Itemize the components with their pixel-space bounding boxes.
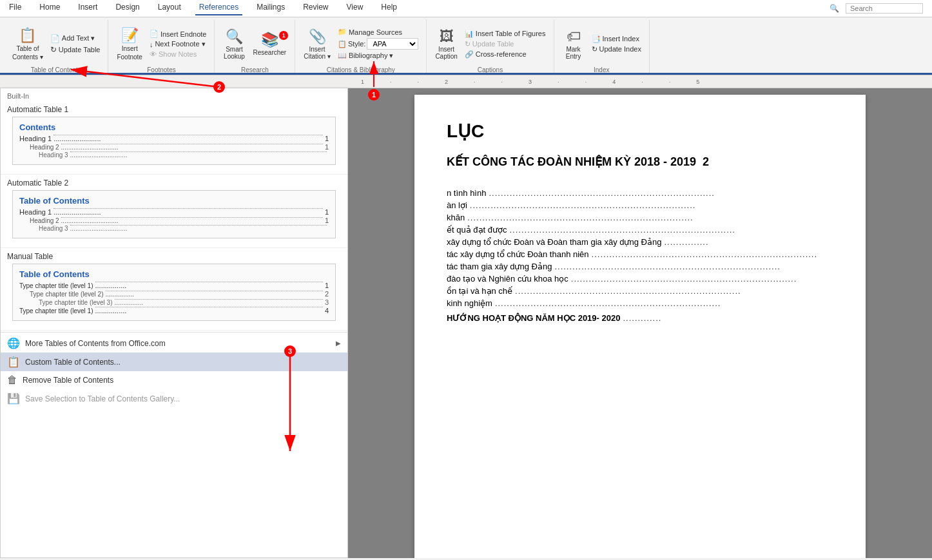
doc-title: LỤC <box>447 121 833 142</box>
auto-table-2-title: Automatic Table 2 <box>7 179 341 188</box>
menu-references[interactable]: References <box>195 1 242 15</box>
toc-doc-dots-9: ........................................… <box>515 286 831 296</box>
toc-doc-dots-5: ............... <box>664 237 831 247</box>
update-table-button[interactable]: ↻ Update Table <box>48 44 103 55</box>
research-group-label: Research <box>241 66 269 75</box>
more-toc-icon: 🌐 <box>7 337 20 349</box>
style-icon: 📋 <box>338 40 347 48</box>
insert-index-icon: 📑 <box>592 35 601 43</box>
insert-citation-button[interactable]: 📎 InsertCitation ▾ <box>300 26 334 62</box>
insert-table-figures-button[interactable]: 📊 Insert Table of Figures <box>462 29 549 39</box>
insert-endnote-button[interactable]: 📄 Insert Endnote <box>147 29 209 39</box>
toc-doc-line-9: ồn tại và hạn chế ......................… <box>447 286 833 296</box>
manual-num-1: 1 <box>325 282 329 289</box>
manual-table-item[interactable]: Manual Table Table of Contents Type chap… <box>1 248 347 331</box>
mark-entry-button[interactable]: 🏷 MarkEntry <box>559 26 588 62</box>
mark-entry-icon: 🏷 <box>567 28 581 45</box>
menu-insert[interactable]: Insert <box>74 1 101 15</box>
auto-table-1-toc-title: Contents <box>19 122 329 132</box>
ruler-marks: 1 · · 2 · · 3 · · 4 · · 5 <box>348 79 699 85</box>
ribbon-group-research: 🔍 SmartLookup 📚 Researcher 1 Research <box>215 20 295 75</box>
cross-reference-button[interactable]: 🔗 Cross-reference <box>462 50 549 59</box>
menu-review[interactable]: Review <box>299 1 332 15</box>
ribbon: 📋 Table ofContents ▾ 📄 Add Text ▾ ↻ Upda… <box>0 17 932 75</box>
toc-line-h2: Heading 2 ..............................… <box>30 143 329 151</box>
toc-line-h3: Heading 3 ..............................… <box>39 151 329 159</box>
manual-table-preview: Table of Contents Type chapter title (le… <box>12 264 336 321</box>
toc-doc-dots-3: ........................................… <box>467 213 831 222</box>
toc-doc-dots-10: ........................................… <box>495 298 831 308</box>
toc-h2-num: 1 <box>325 143 329 151</box>
auto-table-1-title: Automatic Table 1 <box>7 105 341 114</box>
menu-design[interactable]: Design <box>112 1 143 15</box>
insert-endnote-label: Insert Endnote <box>160 30 207 38</box>
researcher-label: Researcher <box>253 49 286 56</box>
menu-mailings[interactable]: Mailings <box>253 1 289 15</box>
toc-label: Table ofContents ▾ <box>12 44 43 61</box>
ruler: 1 · · 2 · · 3 · · 4 · · 5 <box>0 75 932 88</box>
smart-lookup-button[interactable]: 🔍 SmartLookup <box>220 26 248 62</box>
manual-num-2: 2 <box>325 290 329 298</box>
captions-group-label: Captions <box>478 66 503 75</box>
update-table-captions-button: ↻ Update Table <box>462 39 549 49</box>
show-notes-icon: 👁 <box>150 50 157 58</box>
style-select[interactable]: APA MLA Chicago <box>367 38 418 50</box>
menu-help[interactable]: Help <box>377 1 401 15</box>
insert-footnote-button[interactable]: 📝 InsertFootnote <box>113 25 145 63</box>
toc-line-h1: Heading 1 ........................ 1 <box>19 135 329 142</box>
insert-table-figures-icon: 📊 <box>465 30 474 38</box>
show-notes-label: Show Notes <box>159 50 197 58</box>
toc-doc-text-3: khăn <box>447 213 465 222</box>
smart-lookup-icon: 🔍 <box>226 28 243 45</box>
toc-doc-dots-1: ........................................… <box>489 188 831 198</box>
toc-dots-2: ................................ <box>61 144 323 144</box>
menu-home[interactable]: Home <box>35 1 64 15</box>
toc-button[interactable]: 📋 Table ofContents ▾ <box>9 25 46 63</box>
toc-doc-line-2: àn lợi .................................… <box>447 200 833 210</box>
insert-citation-label: InsertCitation ▾ <box>304 46 331 60</box>
more-toc-arrow: ▶ <box>336 340 341 347</box>
insert-caption-icon: 🖼 <box>440 28 454 45</box>
toc-h2-text: Heading 2 <box>30 144 59 151</box>
menu-view[interactable]: View <box>343 1 367 15</box>
ribbon-group-index: 🏷 MarkEntry 📑 Insert Index ↻ Update Inde… <box>554 20 650 75</box>
toc-doc-dots-11: ............. <box>623 313 831 323</box>
auto-table-2-item[interactable]: Automatic Table 2 Table of Contents Head… <box>1 175 347 248</box>
smart-lookup-label: SmartLookup <box>224 46 245 60</box>
update-index-button[interactable]: ↻ Update Index <box>589 44 644 54</box>
manage-sources-button[interactable]: 📁 Manage Sources <box>335 27 422 37</box>
search-bar: 🔍 <box>822 1 927 15</box>
remove-toc-item[interactable]: 🗑 Remove Table of Contents <box>1 371 347 389</box>
toc-doc-line-6: tác xây dựng tổ chức Đoàn thanh niên ...… <box>447 249 833 259</box>
next-footnote-button[interactable]: ↓ Next Footnote ▾ <box>147 39 209 49</box>
ribbon-group-captions: 🖼 InsertCaption 📊 Insert Table of Figure… <box>427 20 554 75</box>
citations-group-label: Citations & Bibliography <box>327 66 395 75</box>
toc-doc-text-8: đào tạo và Nghiên cứu khoa học <box>447 274 568 284</box>
document-area: LỤC KẾT CÔNG TÁC ĐOÀN NHIỆM KỲ 2018 - 20… <box>348 88 932 558</box>
manage-sources-label: Manage Sources <box>349 28 402 36</box>
insert-index-button[interactable]: 📑 Insert Index <box>589 34 644 44</box>
manual-table-title: Manual Table <box>7 252 341 261</box>
custom-toc-item[interactable]: 📋 Custom Table of Contents... <box>1 352 347 371</box>
manage-sources-icon: 📁 <box>338 28 347 36</box>
footnotes-group-label: Footnotes <box>147 66 175 75</box>
auto-table-1-preview: Contents Heading 1 .....................… <box>12 117 336 165</box>
add-text-label: Add Text ▾ <box>62 34 95 43</box>
citations-small-buttons: 📁 Manage Sources 📋 Style: APA MLA Chicag… <box>335 27 422 61</box>
auto-table-1-item[interactable]: Automatic Table 1 Contents Heading 1 ...… <box>1 101 347 175</box>
bibliography-button[interactable]: 📖 Bibliography ▾ <box>335 51 422 61</box>
toc-doc-dots-8: ........................................… <box>571 274 831 284</box>
toc2-line-h1: Heading 1 ........................ 1 <box>19 208 329 216</box>
menu-file[interactable]: File <box>5 1 25 15</box>
insert-caption-button[interactable]: 🖼 InsertCaption <box>432 26 460 62</box>
more-toc-item[interactable]: 🌐 More Tables of Contents from Office.co… <box>1 334 347 352</box>
menu-layout[interactable]: Layout <box>154 1 185 15</box>
style-button[interactable]: 📋 Style: APA MLA Chicago <box>335 37 422 50</box>
cross-reference-label: Cross-reference <box>476 50 527 58</box>
add-text-button[interactable]: 📄 Add Text ▾ <box>48 34 103 44</box>
update-index-icon: ↻ <box>592 45 597 53</box>
toc2-line-h2: Heading 2 ..............................… <box>30 217 329 224</box>
search-input[interactable] <box>846 3 923 14</box>
toc2-dots-3: ................................ <box>70 225 327 226</box>
manual-dots-1: ................ <box>95 282 323 282</box>
